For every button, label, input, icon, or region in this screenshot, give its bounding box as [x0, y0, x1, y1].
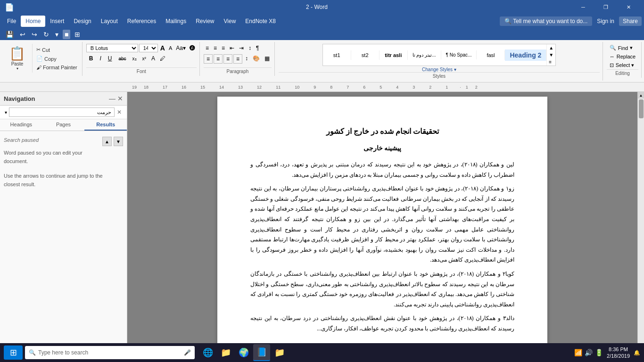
menu-view[interactable]: View	[219, 16, 241, 27]
vertical-scrollbar: ▲ ▼	[637, 92, 644, 361]
taskbar-app-explorer[interactable]: 🌐	[199, 344, 216, 361]
format-painter-button[interactable]: 🖌Format Painter	[34, 64, 79, 71]
style-heading2[interactable]: Heading 2	[505, 49, 546, 61]
nav-minimize-button[interactable]: —	[109, 95, 116, 102]
style-fasl[interactable]: fasl	[477, 50, 505, 60]
ruler: 191817 161514 131211 1098 765 432 1· 12	[0, 82, 644, 92]
align-center-button[interactable]: ≡	[214, 54, 223, 64]
font-size-select[interactable]: 14	[139, 44, 158, 52]
justify-button[interactable]: ≡	[233, 54, 242, 64]
microphone-icon[interactable]: 🎤	[184, 349, 191, 356]
minimize-button[interactable]: ─	[572, 0, 594, 14]
taskbar-app-store[interactable]: 📁	[217, 344, 234, 361]
nav-next-button[interactable]: ▼	[114, 137, 123, 146]
borders-button[interactable]: ▦	[263, 54, 272, 64]
sign-in-button[interactable]: Sign in	[597, 18, 614, 25]
nav-tab-pages[interactable]: Pages	[42, 119, 85, 131]
styles-scroll-up[interactable]: ▲	[547, 44, 555, 51]
replace-button[interactable]: ↔Replace	[607, 53, 638, 60]
customize-qa-button[interactable]: ▾	[53, 30, 60, 39]
shrink-font-button[interactable]: A	[167, 45, 173, 51]
nav-close-button[interactable]: ✕	[117, 95, 123, 102]
grow-font-button[interactable]: A	[159, 44, 166, 52]
menu-endnote[interactable]: EndNote X8	[240, 16, 281, 27]
styles-scroll-down[interactable]: ▼	[547, 51, 555, 58]
find-button[interactable]: 🔍Find▾	[607, 44, 638, 52]
nav-toggle-button[interactable]: ⊞	[73, 30, 82, 39]
network-icon[interactable]: 📶	[574, 349, 582, 356]
taskbar-app-word[interactable]: 📘	[253, 344, 270, 361]
clear-formatting-button[interactable]: 🅐	[188, 44, 197, 52]
doc-para-3: کویا۲ و همکاران (۲۰۱۸)، در پژوهش خود با …	[250, 269, 514, 310]
volume-icon[interactable]: 🔊	[585, 349, 593, 356]
show-formatting-button[interactable]: ¶	[254, 44, 261, 52]
share-button[interactable]: Share	[619, 16, 642, 26]
menu-home[interactable]: Home	[21, 16, 45, 27]
cut-button[interactable]: ✂Cut	[34, 46, 79, 54]
multilevel-button[interactable]: ≡	[220, 44, 227, 52]
doc-para-1: لین و همکاران (۲۰۱۸)، در پژوهش خود به ای…	[250, 160, 514, 180]
search-dropdown-button[interactable]: ▾	[3, 109, 9, 116]
menu-references[interactable]: References	[123, 16, 161, 27]
paste-button[interactable]: 📋 Paste ▾	[5, 44, 29, 73]
sort-button[interactable]: ↕	[247, 44, 253, 52]
bullets-button[interactable]: ≡	[204, 44, 211, 52]
battery-icon[interactable]: 🔋	[595, 349, 603, 356]
taskbar-search[interactable]: 🔍 Type here to search 🎤	[25, 346, 195, 359]
italic-button[interactable]: I	[97, 54, 104, 63]
align-left-button[interactable]: ≡	[204, 54, 213, 64]
bold-button[interactable]: B	[86, 54, 96, 63]
font-name-select[interactable]: B Lotus	[86, 44, 138, 52]
decrease-indent-button[interactable]: ⇤	[228, 44, 236, 52]
nav-tab-results[interactable]: Results	[84, 119, 127, 131]
styles-expand[interactable]: ≡	[547, 58, 555, 66]
subscript-button[interactable]: x₂	[130, 55, 139, 63]
redo-button[interactable]: ↪	[30, 30, 39, 39]
style-no-spacing[interactable]: ¶ No Spac...	[441, 50, 477, 59]
style-titr-asli[interactable]: titr asli	[380, 50, 408, 60]
taskbar-app-edge[interactable]: 🌍	[235, 344, 252, 361]
copy-button[interactable]: 📄Copy	[34, 55, 79, 63]
menu-design[interactable]: Design	[69, 16, 96, 27]
menu-insert[interactable]: Insert	[45, 16, 69, 27]
word-page[interactable]: تحقیقات انجام شده در خارج از کشور پیشینه…	[217, 97, 547, 361]
start-button[interactable]: ⊞	[4, 346, 23, 360]
increase-indent-button[interactable]: ⇥	[237, 44, 246, 52]
draft-view-button[interactable]: ■	[63, 30, 70, 39]
restore-button[interactable]: ❐	[595, 0, 617, 14]
menu-mailings[interactable]: Mailings	[161, 16, 191, 27]
font-color-button[interactable]: A	[149, 54, 157, 63]
close-button[interactable]: ✕	[618, 0, 639, 14]
menu-review[interactable]: Review	[191, 16, 219, 27]
navigation-search-input[interactable]	[9, 107, 115, 117]
menu-layout[interactable]: Layout	[96, 16, 123, 27]
change-styles-button[interactable]: Change Styles ▾	[422, 67, 456, 72]
undo-button[interactable]: ↩	[18, 30, 27, 39]
save-button[interactable]: 💾	[4, 30, 16, 39]
nav-prev-button[interactable]: ▲	[102, 137, 112, 146]
style-titr-dovom[interactable]: تیتر دوم تا...	[408, 50, 441, 59]
nav-tab-headings[interactable]: Headings	[0, 119, 42, 131]
nav-search-clear-button[interactable]: ✕	[115, 108, 124, 116]
notification-icon[interactable]: 🔔	[634, 350, 640, 356]
line-spacing-button[interactable]: ↕	[243, 54, 250, 64]
superscript-button[interactable]: x²	[140, 55, 149, 63]
document-area[interactable]: تحقیقات انجام شده در خارج از کشور پیشینه…	[127, 92, 637, 361]
style-st2[interactable]: st2	[351, 50, 380, 60]
taskbar-app-files[interactable]: 📁	[271, 344, 288, 361]
change-case-button[interactable]: Aa▾	[174, 44, 187, 52]
highlight-button[interactable]: 🖊	[158, 54, 167, 63]
numbering-button[interactable]: ≡	[212, 44, 219, 52]
clock[interactable]: 8:36 PM 2/18/2019	[607, 346, 630, 360]
shading-button[interactable]: 🎨	[251, 54, 262, 64]
underline-button[interactable]: U	[105, 54, 115, 63]
tell-me-bar[interactable]: 🔍 Tell me what you want to do...	[500, 16, 592, 26]
style-st1[interactable]: st1	[323, 50, 351, 60]
menu-file[interactable]: File	[2, 16, 21, 27]
strikethrough-button[interactable]: abc	[116, 55, 129, 63]
select-button[interactable]: ⊡Select ▾	[607, 61, 638, 69]
align-right-button[interactable]: ≡	[223, 54, 232, 64]
scroll-thumb[interactable]	[639, 99, 644, 118]
repeat-button[interactable]: ↻	[41, 30, 51, 39]
scroll-up-button[interactable]: ▲	[638, 92, 644, 99]
